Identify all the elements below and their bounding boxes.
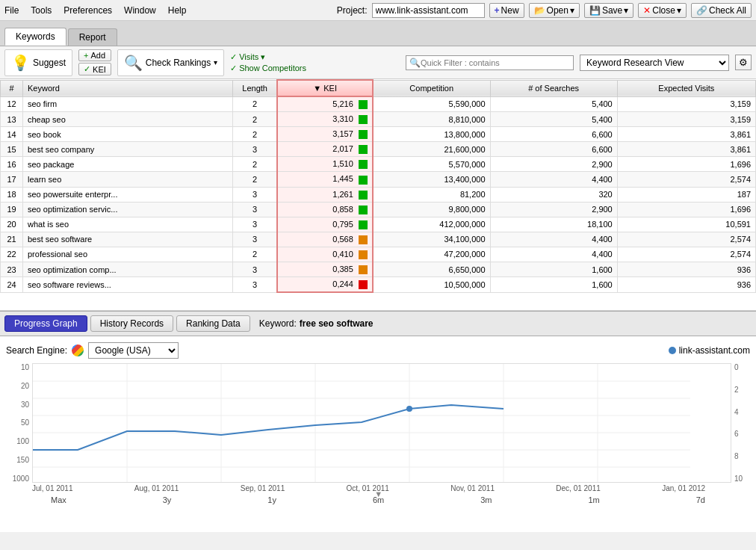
table-row[interactable]: 23 seo optimization comp... 3 0,385 6,65… xyxy=(1,262,756,277)
range-3y[interactable]: 3y xyxy=(163,495,172,504)
check-rankings-button[interactable]: 🔍 Check Rankings ▾ xyxy=(117,49,224,76)
menu-file[interactable]: File xyxy=(4,5,19,16)
chart-area: Search Engine: Google (USA) link-assista… xyxy=(0,336,756,532)
kei-indicator xyxy=(359,176,368,185)
menu-help[interactable]: Help xyxy=(168,5,187,16)
tabbar: Keywords Report xyxy=(0,21,756,46)
cell-num: 22 xyxy=(1,247,23,262)
project-dropdown[interactable]: www.link-assistant.com xyxy=(372,3,485,18)
cell-length: 2 xyxy=(232,172,277,187)
range-max[interactable]: Max xyxy=(51,495,66,504)
project-area: Project: www.link-assistant.com + New 📂 … xyxy=(337,3,752,18)
bottom-tabs: Progress Graph History Records Ranking D… xyxy=(0,311,756,336)
cell-num: 24 xyxy=(1,277,23,293)
tab-report[interactable]: Report xyxy=(68,28,117,46)
menu-preferences[interactable]: Preferences xyxy=(63,5,112,16)
project-label: Project: xyxy=(337,5,368,16)
cell-length: 2 xyxy=(232,157,277,172)
settings-button[interactable]: ⚙ xyxy=(735,55,752,70)
table-row[interactable]: 20 what is seo 3 0,795 412,000,000 18,10… xyxy=(1,217,756,232)
check-rankings-label: Check Rankings xyxy=(146,58,211,68)
suggest-button[interactable]: 💡 Suggest xyxy=(4,49,72,76)
cell-keyword: what is seo xyxy=(23,217,233,232)
visits-group: ✓ Visits ▾ ✓ Show Competitors xyxy=(230,52,306,73)
save-button[interactable]: 💾 Save ▾ xyxy=(584,3,633,18)
cell-num: 17 xyxy=(1,172,23,187)
table-row[interactable]: 21 best seo software 3 0,568 34,100,000 … xyxy=(1,232,756,247)
cell-kei: 0,410 xyxy=(277,247,373,262)
table-row[interactable]: 24 seo software reviews... 3 0,244 10,50… xyxy=(1,277,756,293)
cell-searches: 2,900 xyxy=(490,202,617,217)
menu-window[interactable]: Window xyxy=(124,5,156,16)
col-header-length[interactable]: Length xyxy=(232,80,277,96)
cell-visits: 1,696 xyxy=(617,157,755,172)
table-row[interactable]: 22 professional seo 2 0,410 47,200,000 4… xyxy=(1,247,756,262)
table-row[interactable]: 13 cheap seo 2 3,310 8,810,000 5,400 3,1… xyxy=(1,112,756,127)
col-header-visits[interactable]: Expected Visits xyxy=(617,80,755,96)
cell-keyword: seo optimization comp... xyxy=(23,262,233,277)
table-row[interactable]: 17 learn seo 2 1,445 13,400,000 4,400 2,… xyxy=(1,172,756,187)
cell-searches: 4,400 xyxy=(490,172,617,187)
col-header-searches[interactable]: # of Searches xyxy=(490,80,617,96)
range-1m[interactable]: 1m xyxy=(588,495,599,504)
table-row[interactable]: 15 best seo company 3 2,017 21,600,000 6… xyxy=(1,142,756,157)
add-button[interactable]: + Add xyxy=(78,49,111,61)
cell-visits: 2,574 xyxy=(617,232,755,247)
cell-visits: 936 xyxy=(617,262,755,277)
col-header-competition[interactable]: Competition xyxy=(373,80,490,96)
kei-indicator xyxy=(359,265,368,274)
check-all-button[interactable]: 🔗 Check All xyxy=(691,3,752,18)
open-button[interactable]: 📂 Open ▾ xyxy=(529,3,580,18)
cell-keyword: learn seo xyxy=(23,172,233,187)
bottom-tab-history[interactable]: History Records xyxy=(90,315,173,332)
cell-num: 20 xyxy=(1,217,23,232)
kei-button[interactable]: ✓ KEI xyxy=(78,63,111,75)
cell-num: 13 xyxy=(1,112,23,127)
col-header-kei[interactable]: ▼ KEI xyxy=(277,80,373,96)
search-engine-dropdown[interactable]: Google (USA) xyxy=(88,342,179,359)
kei-indicator xyxy=(359,206,368,214)
search-engine-label: Search Engine: xyxy=(6,345,67,356)
range-7d[interactable]: 7d xyxy=(696,495,705,504)
cell-visits: 3,861 xyxy=(617,127,755,142)
cell-length: 2 xyxy=(232,96,277,112)
new-button[interactable]: + New xyxy=(489,3,524,18)
search-input[interactable] xyxy=(421,58,570,67)
col-header-keyword[interactable]: Keyword xyxy=(23,80,233,96)
table-row[interactable]: 14 seo book 2 3,157 13,800,000 6,600 3,8… xyxy=(1,127,756,142)
close-button[interactable]: ✕ Close ▾ xyxy=(638,3,687,18)
cell-visits: 3,159 xyxy=(617,96,755,112)
range-1y[interactable]: 1y xyxy=(267,495,276,504)
chart-legend: link-assistant.com xyxy=(669,345,750,356)
kei-indicator xyxy=(359,145,368,154)
cell-keyword: best seo company xyxy=(23,142,233,157)
cell-searches: 1,600 xyxy=(490,262,617,277)
range-6m[interactable]: 6m ▼ xyxy=(373,495,384,504)
cell-searches: 4,400 xyxy=(490,232,617,247)
cell-num: 21 xyxy=(1,232,23,247)
range-3m[interactable]: 3m xyxy=(480,495,492,504)
show-competitors-button[interactable]: ✓ Show Competitors xyxy=(230,64,306,73)
cell-kei: 0,795 xyxy=(277,217,373,232)
bottom-tab-progress[interactable]: Progress Graph xyxy=(4,315,87,332)
menu-tools[interactable]: Tools xyxy=(31,5,52,16)
tab-keywords[interactable]: Keywords xyxy=(4,28,66,46)
y-axis-right: 0 2 4 6 8 10 xyxy=(731,363,750,483)
visits-button[interactable]: ✓ Visits ▾ xyxy=(230,52,306,62)
table-row[interactable]: 12 seo firm 2 5,216 5,590,000 5,400 3,15… xyxy=(1,96,756,112)
view-dropdown[interactable]: Keyword Research View xyxy=(580,55,729,71)
table-row[interactable]: 16 seo package 2 1,510 5,570,000 2,900 1… xyxy=(1,157,756,172)
cell-kei: 1,261 xyxy=(277,187,373,202)
table-row[interactable]: 19 seo optimization servic... 3 0,858 9,… xyxy=(1,202,756,217)
suggest-label: Suggest xyxy=(33,58,66,68)
cell-competition: 81,200 xyxy=(373,187,490,202)
keywords-table: # Keyword Length ▼ KEI Competition # of … xyxy=(0,79,756,311)
table-row[interactable]: 18 seo powersuite enterpr... 3 1,261 81,… xyxy=(1,187,756,202)
bottom-tab-ranking[interactable]: Ranking Data xyxy=(176,315,250,332)
cell-competition: 10,500,000 xyxy=(373,277,490,293)
cell-competition: 21,600,000 xyxy=(373,142,490,157)
cell-kei: 5,216 xyxy=(277,96,373,112)
menubar: File Tools Preferences Window Help Proje… xyxy=(0,0,756,21)
cell-keyword: seo optimization servic... xyxy=(23,202,233,217)
col-header-num: # xyxy=(1,80,23,96)
